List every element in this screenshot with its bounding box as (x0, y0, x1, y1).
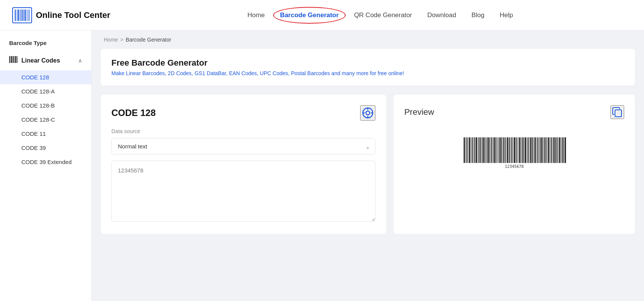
svg-rect-38 (481, 137, 482, 163)
svg-rect-27 (467, 137, 467, 163)
form-card: CODE 128 Data source (101, 95, 386, 234)
data-source-select-wrapper: Normal text Hex data Base64 data ⌄ (111, 138, 375, 155)
svg-rect-48 (495, 137, 496, 163)
svg-rect-79 (537, 137, 538, 163)
sidebar: Barcode Type Linear Codes ∧ CODE 128 COD… (0, 31, 92, 301)
logo-icon (12, 7, 32, 23)
sidebar-category-label: Linear Codes (21, 57, 60, 64)
svg-rect-54 (503, 137, 504, 163)
svg-rect-60 (511, 137, 512, 163)
svg-rect-67 (521, 137, 522, 163)
svg-rect-53 (502, 137, 502, 163)
preview-card: Preview (394, 95, 635, 234)
logo-area: Online Tool Center (12, 7, 110, 23)
svg-rect-93 (557, 137, 557, 163)
svg-rect-75 (532, 137, 533, 163)
svg-rect-47 (494, 137, 495, 163)
svg-rect-45 (491, 137, 492, 163)
breadcrumb-current: Barcode Generator (126, 37, 171, 43)
svg-rect-42 (487, 137, 488, 163)
barcode-data-input[interactable] (111, 161, 375, 222)
svg-rect-86 (547, 137, 547, 163)
nav-barcode-generator[interactable]: Barcode Generator (280, 11, 339, 19)
svg-rect-51 (499, 137, 500, 163)
svg-rect-32 (473, 137, 473, 163)
svg-rect-96 (561, 137, 561, 163)
sidebar-title: Barcode Type (0, 40, 91, 52)
nav-blog[interactable]: Blog (472, 11, 485, 19)
svg-rect-41 (486, 137, 486, 163)
svg-rect-99 (565, 137, 566, 163)
svg-rect-36 (478, 137, 479, 163)
svg-rect-88 (550, 137, 550, 163)
sidebar-item-list: CODE 128 CODE 128-A CODE 128-B CODE 128-… (0, 69, 91, 171)
sidebar-category-linear[interactable]: Linear Codes ∧ (0, 52, 91, 69)
svg-rect-68 (522, 137, 523, 163)
copy-button[interactable] (610, 105, 624, 119)
sidebar-item-code128b[interactable]: CODE 128-B (0, 98, 91, 113)
svg-point-19 (366, 111, 370, 115)
svg-rect-65 (518, 137, 518, 163)
sidebar-item-code39ext[interactable]: CODE 39 Extended (0, 155, 91, 169)
svg-rect-91 (553, 137, 554, 163)
svg-rect-46 (493, 137, 493, 163)
preview-title: Preview (404, 107, 434, 117)
svg-rect-81 (540, 137, 541, 163)
svg-rect-77 (535, 137, 536, 163)
generator-layout: CODE 128 Data source (101, 95, 635, 234)
content-area: Home > Barcode Generator Free Barcode Ge… (92, 31, 644, 301)
logo-text: Online Tool Center (36, 10, 110, 20)
svg-rect-72 (528, 137, 528, 163)
svg-rect-56 (506, 137, 506, 163)
breadcrumb-home[interactable]: Home (104, 37, 118, 43)
svg-rect-95 (559, 137, 560, 163)
svg-rect-83 (543, 137, 543, 163)
svg-rect-63 (516, 137, 517, 163)
svg-rect-71 (526, 137, 527, 163)
svg-rect-85 (546, 137, 546, 163)
nav-help[interactable]: Help (500, 11, 513, 19)
svg-rect-69 (523, 137, 524, 163)
svg-rect-24 (615, 110, 621, 117)
nav-qr-code[interactable]: QR Code Generator (354, 11, 412, 19)
svg-rect-26 (465, 137, 466, 163)
svg-rect-70 (525, 137, 526, 163)
barcode-preview-area: 12345678 (404, 128, 624, 179)
svg-rect-29 (469, 137, 470, 163)
data-source-label: Data source (111, 128, 375, 134)
svg-rect-34 (476, 137, 477, 163)
svg-rect-43 (488, 137, 489, 163)
svg-rect-37 (480, 137, 481, 163)
svg-rect-98 (564, 137, 564, 163)
sidebar-item-code128a[interactable]: CODE 128-A (0, 84, 91, 98)
svg-rect-59 (510, 137, 511, 163)
nav-home[interactable]: Home (248, 11, 265, 19)
sidebar-item-code11[interactable]: CODE 11 (0, 127, 91, 141)
svg-rect-55 (505, 137, 506, 163)
svg-rect-33 (474, 137, 475, 163)
form-card-header: CODE 128 (111, 105, 375, 121)
svg-rect-35 (478, 137, 478, 163)
svg-rect-66 (519, 137, 520, 163)
chevron-up-icon: ∧ (78, 58, 82, 64)
svg-rect-92 (555, 137, 556, 163)
page-subtitle: Make Linear Barcodes, 2D Codes, GS1 Data… (111, 70, 624, 76)
sidebar-item-code128c[interactable]: CODE 128-C (0, 113, 91, 127)
nav-download[interactable]: Download (427, 11, 456, 19)
sidebar-item-code39[interactable]: CODE 39 (0, 141, 91, 155)
main-nav: Home Barcode Generator QR Code Generator… (129, 11, 632, 19)
svg-rect-74 (530, 137, 531, 163)
data-source-select[interactable]: Normal text Hex data Base64 data (111, 138, 375, 155)
svg-rect-39 (483, 137, 484, 163)
settings-button[interactable] (360, 105, 375, 121)
sidebar-item-code128[interactable]: CODE 128 (0, 70, 91, 84)
barcode-preview-image: 12345678 (461, 134, 568, 172)
svg-rect-73 (529, 137, 530, 163)
svg-rect-31 (472, 137, 473, 163)
svg-rect-84 (544, 137, 545, 163)
svg-rect-49 (497, 137, 497, 163)
svg-rect-80 (539, 137, 539, 163)
svg-rect-62 (514, 137, 515, 163)
form-card-title: CODE 128 (111, 108, 156, 118)
svg-rect-58 (509, 137, 510, 163)
